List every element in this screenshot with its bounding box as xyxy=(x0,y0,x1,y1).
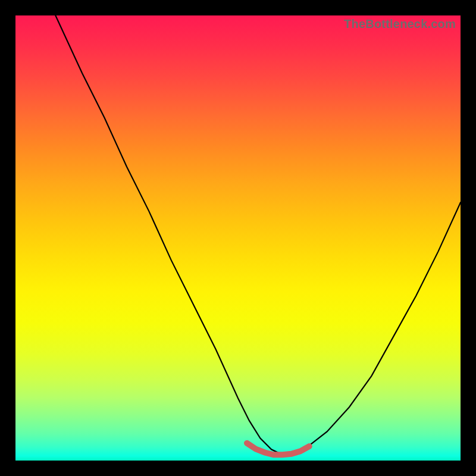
chart-frame: TheBottleneck.com xyxy=(0,0,476,476)
bottom-highlight xyxy=(247,443,309,455)
bottleneck-curve xyxy=(55,15,461,455)
watermark-text: TheBottleneck.com xyxy=(344,17,456,31)
plot-area: TheBottleneck.com xyxy=(15,15,461,461)
curve-layer xyxy=(15,15,461,461)
